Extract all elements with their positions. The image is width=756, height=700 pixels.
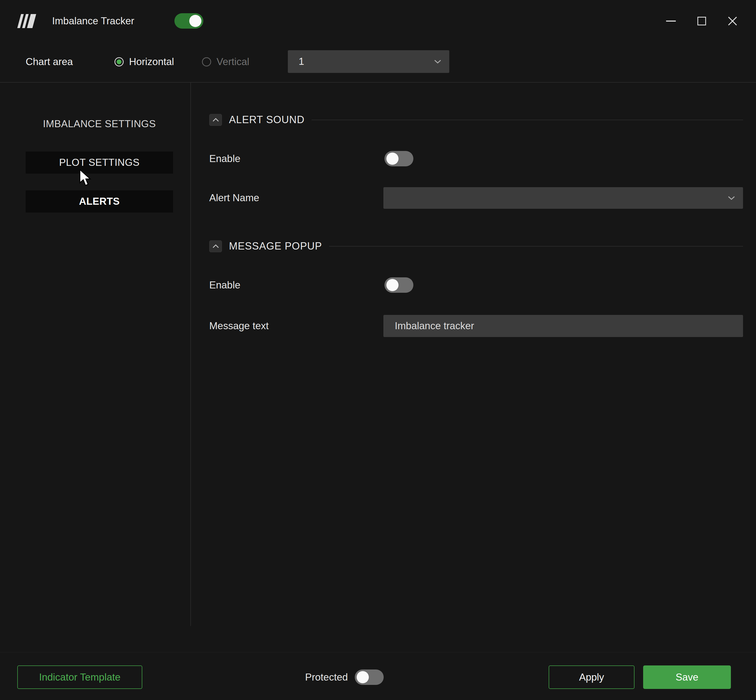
- section-title-message-popup: MESSAGE POPUP: [229, 241, 322, 252]
- radio-horizontal[interactable]: Horizontal: [114, 56, 174, 68]
- message-text-label: Message text: [209, 320, 383, 332]
- alert-name-label: Alert Name: [209, 192, 383, 204]
- window-title: Imbalance Tracker: [52, 0, 134, 42]
- alert-name-select[interactable]: [383, 187, 743, 209]
- alerts-panel: ALERT SOUND Enable Alert Name MESS: [209, 82, 743, 652]
- chevron-up-icon: [212, 118, 219, 122]
- chart-number-select[interactable]: 1: [288, 50, 449, 73]
- message-text-row: Message text: [209, 315, 743, 337]
- sidebar-item-plot-settings[interactable]: PLOT SETTINGS: [26, 152, 173, 173]
- close-icon: [728, 16, 737, 26]
- minimize-button[interactable]: [656, 0, 686, 42]
- sidebar-item-imbalance-settings[interactable]: IMBALANCE SETTINGS: [26, 113, 173, 135]
- minimize-icon: [666, 20, 676, 22]
- chevron-down-icon: [727, 195, 736, 200]
- chevron-down-icon: [434, 59, 442, 64]
- chart-area-label: Chart area: [26, 56, 73, 68]
- maximize-icon: [697, 17, 706, 25]
- message-text-input[interactable]: [383, 315, 743, 337]
- alert-sound-enable-toggle[interactable]: [384, 151, 413, 166]
- protected-group: Protected: [305, 669, 384, 685]
- section-message-popup-header: MESSAGE POPUP: [209, 240, 743, 253]
- section-rule: [329, 246, 743, 247]
- indicator-template-button[interactable]: Indicator Template: [17, 666, 142, 689]
- maximize-button[interactable]: [686, 0, 717, 42]
- toggle-knob: [386, 153, 398, 165]
- radio-dot: [117, 59, 122, 64]
- message-text-control: [383, 315, 743, 337]
- chart-area-bar: Chart area Horizontal Vertical 1: [0, 42, 756, 82]
- enable-control: [383, 151, 743, 166]
- radio-horizontal-label: Horizontal: [129, 56, 174, 67]
- protected-toggle[interactable]: [355, 669, 384, 685]
- chevron-up-icon: [212, 244, 219, 248]
- indicator-enabled-toggle[interactable]: [175, 13, 203, 29]
- toggle-knob: [386, 279, 398, 291]
- protected-label: Protected: [305, 672, 348, 683]
- imbalance-tracker-window: { "window": { "title": "Imbalance Tracke…: [0, 0, 756, 700]
- radio-vertical[interactable]: Vertical: [202, 56, 249, 68]
- chart-number-value: 1: [298, 56, 304, 67]
- message-popup-enable-row: Enable: [209, 277, 743, 293]
- sidebar-item-alerts[interactable]: ALERTS: [26, 191, 173, 212]
- alert-name-control: [383, 187, 743, 209]
- collapse-alert-sound-button[interactable]: [209, 114, 222, 126]
- section-alert-sound-header: ALERT SOUND: [209, 113, 743, 126]
- collapse-message-popup-button[interactable]: [209, 241, 222, 252]
- radio-selected-icon: [114, 57, 123, 66]
- enable-control: [383, 277, 743, 293]
- alert-name-row: Alert Name: [209, 187, 743, 209]
- section-rule: [312, 120, 743, 120]
- toggle-knob: [189, 15, 201, 27]
- save-button[interactable]: Save: [643, 666, 731, 689]
- window-controls: [656, 0, 748, 42]
- apply-button[interactable]: Apply: [549, 666, 634, 689]
- footer-bar: Indicator Template Protected Apply Save: [0, 652, 756, 700]
- sidebar: IMBALANCE SETTINGS PLOT SETTINGS ALERTS: [0, 82, 191, 652]
- radio-unselected-icon: [202, 57, 211, 66]
- enable-label: Enable: [209, 153, 383, 164]
- section-title-alert-sound: ALERT SOUND: [229, 114, 305, 126]
- message-popup-enable-toggle[interactable]: [384, 277, 413, 293]
- sidebar-divider: [191, 82, 191, 626]
- close-button[interactable]: [717, 0, 748, 42]
- alert-sound-enable-row: Enable: [209, 151, 743, 166]
- enable-label: Enable: [209, 280, 383, 291]
- radio-vertical-label: Vertical: [217, 56, 249, 67]
- titlebar: Imbalance Tracker: [0, 0, 756, 42]
- toggle-knob: [357, 671, 369, 683]
- app-logo-icon: [17, 14, 38, 28]
